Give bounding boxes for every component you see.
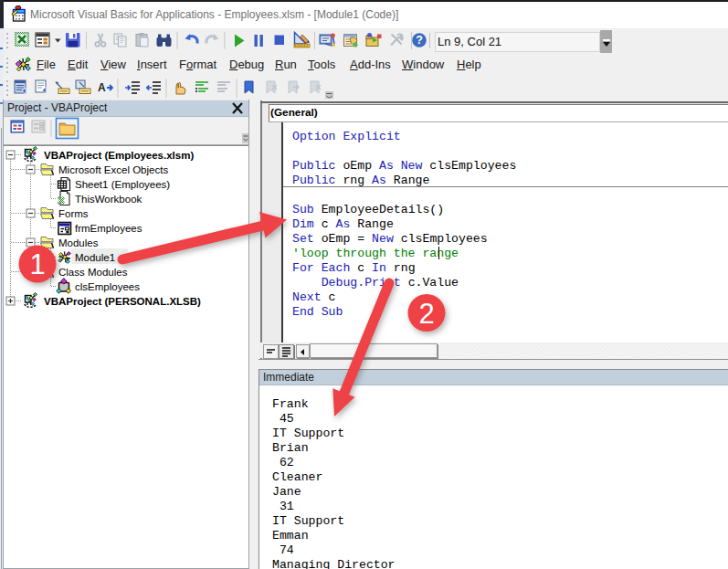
svg-text:?: ? — [416, 34, 423, 47]
svg-text:A: A — [98, 81, 106, 94]
